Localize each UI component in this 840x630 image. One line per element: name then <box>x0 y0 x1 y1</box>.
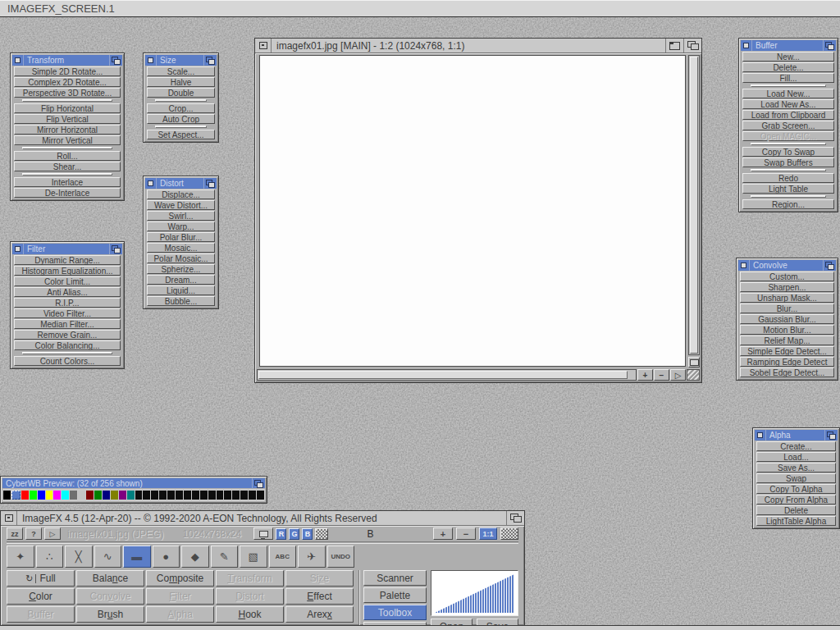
panel-button[interactable]: Load New... <box>742 89 834 98</box>
panel-button[interactable]: Polar Mosaic... <box>147 253 215 263</box>
depth-icon[interactable] <box>203 55 217 66</box>
palette-swatch[interactable] <box>11 491 21 500</box>
panel-button[interactable]: Sobel Edge Detect... <box>740 368 834 377</box>
transform-button[interactable]: Transform <box>216 570 284 587</box>
panel-button[interactable]: Save As... <box>756 463 836 472</box>
freehand-tool[interactable]: ✎ <box>211 546 239 568</box>
zoom-in-button[interactable]: + <box>637 369 653 381</box>
panel-button[interactable]: Roll... <box>14 151 121 161</box>
size-button[interactable]: Size <box>285 570 354 587</box>
panel-button[interactable]: Anti Alias... <box>14 287 121 297</box>
palette-swatch[interactable] <box>119 491 126 500</box>
panel-button[interactable]: Mirror Vertical <box>14 135 121 145</box>
convolve-panel-titlebar[interactable]: Convolve <box>738 260 836 271</box>
panel-button[interactable]: Dream... <box>147 275 215 285</box>
brush-button[interactable]: Brush <box>76 606 144 623</box>
cyberwb-titlebar[interactable]: CyberWB Preview: (32 of 256 shown) <box>2 478 265 488</box>
preview-monitor-button[interactable] <box>253 527 273 540</box>
panel-button[interactable]: Mosaic... <box>147 243 215 253</box>
balance-button[interactable]: Balance <box>76 570 144 587</box>
depth-icon[interactable] <box>506 511 524 525</box>
move-tool[interactable]: ✈ <box>298 546 326 568</box>
panel-button[interactable]: Grab Screen... <box>742 121 834 130</box>
screen-titlebar[interactable]: IMAGEFX_SCREEN.1 <box>0 0 840 17</box>
palette-swatch[interactable] <box>257 491 264 500</box>
arexx-play-button[interactable]: ▷ <box>44 527 61 540</box>
alpha-button[interactable]: Alpha <box>146 606 214 623</box>
panel-button[interactable]: Auto Crop <box>147 114 215 124</box>
palette-button[interactable]: Palette <box>363 587 427 603</box>
panel-button[interactable]: Scale... <box>147 66 215 76</box>
palette-swatch[interactable] <box>167 491 175 500</box>
panel-button[interactable]: Simple 2D Rotate... <box>14 66 121 76</box>
panel-button[interactable]: Warp... <box>147 221 215 231</box>
panel-button[interactable]: Count Colors... <box>14 356 121 366</box>
blue-channel-button[interactable]: B <box>302 528 313 540</box>
pattern-button[interactable] <box>500 527 518 540</box>
buffer-panel-titlebar[interactable]: Buffer <box>741 40 836 51</box>
effect-button[interactable]: Effect <box>285 588 354 605</box>
palette-swatch[interactable] <box>192 491 199 500</box>
image-window-titlebar[interactable]: imagefx01.jpg [MAIN] - 1:2 (1024x768, 1:… <box>255 39 701 53</box>
toolbox-titlebar[interactable]: ImageFX 4.5 (12-Apr-20) -- © 1992-2020 A… <box>1 511 524 526</box>
transform-panel-titlebar[interactable]: Transform <box>12 55 122 66</box>
panel-button[interactable]: Load from Clipboard <box>742 110 834 120</box>
panel-button[interactable]: Load New As... <box>742 99 834 109</box>
close-icon[interactable] <box>741 40 752 51</box>
palette-swatch[interactable] <box>176 491 183 500</box>
panel-button[interactable]: Interlace <box>14 177 121 187</box>
red-channel-button[interactable]: R <box>276 528 286 540</box>
palette-swatch[interactable] <box>217 491 224 500</box>
palette-swatch[interactable] <box>159 491 167 500</box>
palette-swatch[interactable] <box>62 491 69 500</box>
panel-button[interactable]: Custom... <box>740 272 834 281</box>
palette-swatch[interactable] <box>70 491 77 500</box>
curve-tool[interactable]: ∿ <box>94 546 122 568</box>
panel-button[interactable]: Color Limit... <box>14 276 121 286</box>
panel-button[interactable]: Double <box>147 88 215 98</box>
palette-swatch[interactable] <box>38 491 45 500</box>
close-icon[interactable] <box>145 178 157 189</box>
palette-swatch[interactable] <box>53 491 61 500</box>
palette-swatch[interactable] <box>127 491 135 500</box>
panel-button[interactable]: Delete <box>756 505 836 515</box>
close-icon[interactable] <box>738 260 750 271</box>
depth-icon[interactable] <box>823 40 836 51</box>
vertical-scroll-thumb[interactable] <box>690 57 698 354</box>
panel-button[interactable]: Sharpen... <box>740 282 834 292</box>
palette-swatch[interactable] <box>208 491 216 500</box>
palette-swatch[interactable] <box>232 491 240 500</box>
panel-button[interactable]: Blur... <box>740 304 834 313</box>
panel-button[interactable]: Open MAGIC... <box>742 131 834 141</box>
panel-button[interactable]: Relief Map... <box>740 336 834 345</box>
depth-icon[interactable] <box>683 39 701 52</box>
palette-swatch[interactable] <box>86 491 94 500</box>
panel-button[interactable]: Spherize... <box>147 264 215 274</box>
image-canvas[interactable] <box>259 55 686 367</box>
panel-button[interactable]: Histogram Equalization... <box>14 266 121 276</box>
panel-button[interactable]: Copy From Alpha <box>756 495 836 504</box>
fill-tool[interactable]: ▧ <box>240 546 267 568</box>
vertical-scrollbar[interactable] <box>688 55 700 355</box>
panel-button[interactable]: Simple Edge Detect... <box>740 346 834 356</box>
full-button[interactable]: ↻Full <box>7 570 75 587</box>
zoom-ratio-button[interactable]: 1:1 <box>479 527 497 540</box>
panel-button[interactable]: Region... <box>742 199 834 209</box>
depth-icon[interactable] <box>109 55 122 66</box>
alpha-panel-titlebar[interactable]: Alpha <box>755 430 838 441</box>
panel-button[interactable]: Load... <box>756 452 836 462</box>
text-tool[interactable]: ABC <box>269 546 297 568</box>
panel-button[interactable]: Create... <box>756 441 836 451</box>
panel-button[interactable]: Copy To Swap <box>742 147 834 157</box>
palette-swatch[interactable] <box>103 491 110 500</box>
close-icon[interactable] <box>145 55 157 66</box>
panel-button[interactable]: Median Filter... <box>14 319 121 329</box>
buffer-button[interactable]: Buffer <box>7 606 75 623</box>
close-icon[interactable] <box>255 39 272 52</box>
zoom-gadget-icon[interactable] <box>665 39 683 52</box>
panel-button[interactable]: Light Table <box>742 184 834 194</box>
palette-swatch[interactable] <box>224 491 231 500</box>
panel-button[interactable]: Redo <box>742 173 834 183</box>
panel-button[interactable]: New... <box>742 52 834 62</box>
line-tool[interactable]: ╳ <box>65 546 93 568</box>
